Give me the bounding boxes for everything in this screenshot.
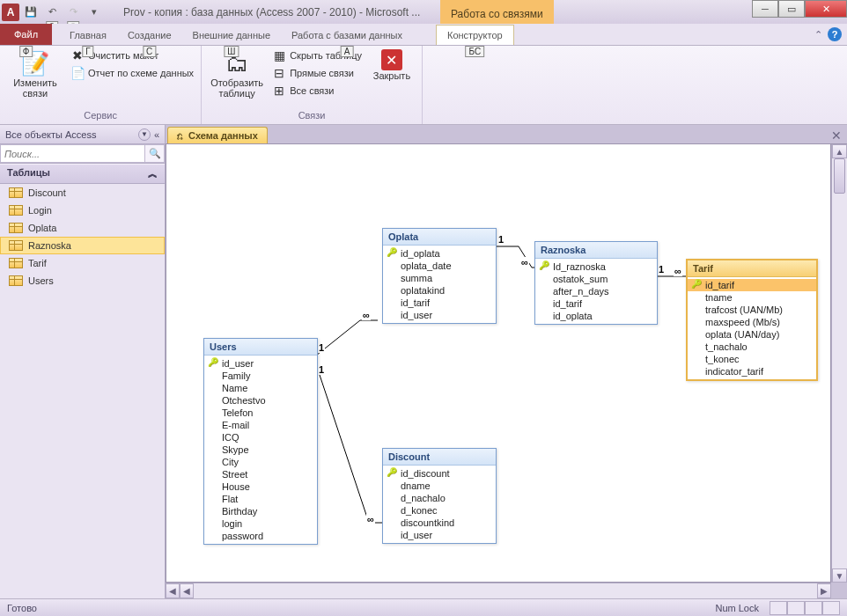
tab-design[interactable]: КонструкторБС bbox=[436, 25, 514, 45]
nav-item-users[interactable]: Users bbox=[0, 272, 165, 290]
table-field[interactable]: Street bbox=[204, 468, 317, 480]
tab-external-data[interactable]: Внешние данныеШ bbox=[182, 26, 281, 45]
minimize-button[interactable]: ─ bbox=[752, 0, 778, 18]
table-field[interactable]: oplatakind bbox=[383, 284, 496, 297]
table-field[interactable]: maxspeed (Mb/s) bbox=[688, 316, 816, 328]
scroll-thumb[interactable] bbox=[834, 158, 845, 194]
table-field[interactable]: House bbox=[204, 480, 317, 493]
vertical-scrollbar[interactable]: ▲ ▼ bbox=[831, 144, 847, 583]
table-field[interactable]: id_user bbox=[383, 309, 496, 321]
nav-item-tarif[interactable]: Tarif bbox=[0, 254, 165, 272]
file-tab[interactable]: ФайлФ bbox=[0, 24, 52, 45]
table-field[interactable]: t_konec bbox=[688, 353, 816, 365]
maximize-button[interactable]: ▭ bbox=[778, 0, 805, 18]
table-field[interactable]: dname bbox=[383, 480, 496, 492]
table-field[interactable]: Name bbox=[204, 382, 317, 394]
table-field[interactable]: ostatok_sum bbox=[535, 273, 657, 285]
table-header[interactable]: Tarif bbox=[688, 260, 816, 277]
nav-group-tables[interactable]: Таблицы︽ bbox=[0, 164, 165, 184]
close-button[interactable]: ✕ bbox=[805, 0, 847, 18]
table-raznoska[interactable]: Raznoska Id_raznoskaostatok_sumafter_n_d… bbox=[534, 241, 658, 325]
qat-save-button[interactable]: 💾1 bbox=[21, 4, 41, 21]
nav-item-oplata[interactable]: Oplata bbox=[0, 219, 165, 237]
table-field[interactable]: summa bbox=[383, 272, 496, 284]
table-tarif[interactable]: Tarif id_tariftnametrafcost (UAN/Mb)maxs… bbox=[686, 259, 818, 381]
view-button-3[interactable] bbox=[805, 601, 822, 615]
table-field[interactable]: d_konec bbox=[383, 504, 496, 517]
table-field[interactable]: id_oplata bbox=[383, 247, 496, 260]
table-field[interactable]: id_tarif bbox=[688, 279, 816, 291]
nav-collapse-icon[interactable]: « bbox=[154, 129, 159, 140]
table-header[interactable]: Users bbox=[204, 339, 317, 356]
tab-create[interactable]: СозданиеС bbox=[117, 26, 182, 45]
qat-customize-dropdown[interactable]: ▾ bbox=[85, 4, 104, 21]
collapse-group-icon[interactable]: ︽ bbox=[148, 167, 158, 180]
table-field[interactable]: oplata (UAN/day) bbox=[688, 328, 816, 341]
view-button-1[interactable] bbox=[770, 601, 787, 615]
table-field[interactable]: Id_raznoska bbox=[535, 260, 657, 273]
nav-item-raznoska[interactable]: Raznoska bbox=[0, 237, 165, 254]
tab-database-tools[interactable]: Работа с базами данныхА bbox=[281, 26, 413, 45]
table-field[interactable]: password bbox=[204, 530, 317, 542]
view-button-4[interactable] bbox=[822, 601, 840, 615]
table-field[interactable]: tname bbox=[688, 291, 816, 304]
all-relations-button[interactable]: ⊞Все связи bbox=[270, 83, 364, 99]
help-icon[interactable]: ? bbox=[828, 27, 842, 41]
relationship-report-button[interactable]: 📄Отчет по схеме данных bbox=[69, 65, 195, 81]
nav-item-discount[interactable]: Discount bbox=[0, 184, 165, 202]
table-field[interactable]: ICQ bbox=[204, 431, 317, 444]
table-field[interactable]: Family bbox=[204, 370, 317, 382]
table-field[interactable]: Birthday bbox=[204, 505, 317, 517]
qat-redo-button[interactable]: ↷3 bbox=[63, 4, 83, 21]
app-icon[interactable]: A bbox=[2, 4, 19, 21]
table-field[interactable]: Flat bbox=[204, 493, 317, 505]
table-field[interactable]: t_nachalo bbox=[688, 341, 816, 353]
table-header[interactable]: Oplata bbox=[383, 229, 496, 246]
search-icon[interactable]: 🔍 bbox=[145, 144, 165, 163]
table-field[interactable]: discountkind bbox=[383, 517, 496, 529]
table-field[interactable]: id_user bbox=[383, 529, 496, 541]
table-field[interactable]: Telefon bbox=[204, 407, 317, 419]
table-field[interactable]: id_tarif bbox=[535, 297, 657, 310]
tab-home[interactable]: ГлавнаяГ bbox=[59, 26, 117, 45]
nav-pane-header[interactable]: Все объекты Access ▼ « bbox=[0, 125, 165, 144]
quick-access-toolbar: A 💾1 ↶2 ↷3 ▾ bbox=[0, 4, 104, 21]
minimize-ribbon-icon[interactable]: ⌃ bbox=[814, 29, 822, 40]
table-field[interactable]: after_n_days bbox=[535, 285, 657, 297]
table-oplata[interactable]: Oplata id_oplataoplata_datesummaoplataki… bbox=[382, 228, 497, 324]
table-field[interactable]: id_user bbox=[204, 357, 317, 370]
table-field[interactable]: login bbox=[204, 517, 317, 530]
table-field[interactable]: d_nachalo bbox=[383, 492, 496, 504]
view-button-2[interactable] bbox=[787, 601, 805, 615]
table-field[interactable]: id_tarif bbox=[383, 297, 496, 309]
table-header[interactable]: Raznoska bbox=[535, 242, 657, 259]
table-users[interactable]: Users id_userFamilyNameOtchestvoTelefonE… bbox=[203, 338, 318, 545]
table-discount[interactable]: Discount id_discountdnamed_nachalod_kone… bbox=[382, 448, 497, 544]
table-field[interactable]: Otchestvo bbox=[204, 394, 317, 407]
scroll-down-icon[interactable]: ▼ bbox=[832, 568, 847, 583]
nav-search-input[interactable] bbox=[0, 144, 145, 163]
scroll-left-icon[interactable]: ◀ bbox=[166, 583, 180, 598]
table-field[interactable]: id_discount bbox=[383, 467, 496, 480]
close-relationship-button[interactable]: ✕ Закрыть bbox=[367, 48, 416, 83]
scroll-up-icon[interactable]: ▲ bbox=[832, 144, 847, 158]
nav-dropdown-icon[interactable]: ▼ bbox=[138, 128, 151, 141]
horizontal-scrollbar[interactable]: ◀ ◀ ▶ bbox=[166, 583, 831, 598]
table-field[interactable]: oplata_date bbox=[383, 260, 496, 272]
table-header[interactable]: Discount bbox=[383, 449, 496, 466]
relationship-canvas[interactable]: 1 ∞ 1 ∞ 1 ∞ 1 ∞ Users id_userFamilyNameO… bbox=[166, 144, 831, 583]
doc-tab-close-icon[interactable]: ✕ bbox=[831, 128, 842, 143]
table-field[interactable]: id_oplata bbox=[535, 310, 657, 322]
table-field[interactable]: indicator_tarif bbox=[688, 365, 816, 378]
nav-item-login[interactable]: Login bbox=[0, 202, 165, 219]
scroll-left2-icon[interactable]: ◀ bbox=[180, 583, 194, 598]
table-field[interactable]: Skype bbox=[204, 444, 317, 456]
table-field[interactable]: E-mail bbox=[204, 419, 317, 431]
table-field[interactable]: City bbox=[204, 456, 317, 468]
table-field[interactable]: trafcost (UAN/Mb) bbox=[688, 304, 816, 316]
direct-relations-button[interactable]: ⊟Прямые связи bbox=[270, 65, 364, 81]
scroll-right-icon[interactable]: ▶ bbox=[817, 583, 831, 598]
edit-relationships-button[interactable]: 📝 Изменить связи bbox=[5, 48, 65, 100]
qat-undo-button[interactable]: ↶2 bbox=[42, 4, 62, 21]
doc-tab-schema[interactable]: ⎌ Схема данных bbox=[167, 127, 268, 143]
